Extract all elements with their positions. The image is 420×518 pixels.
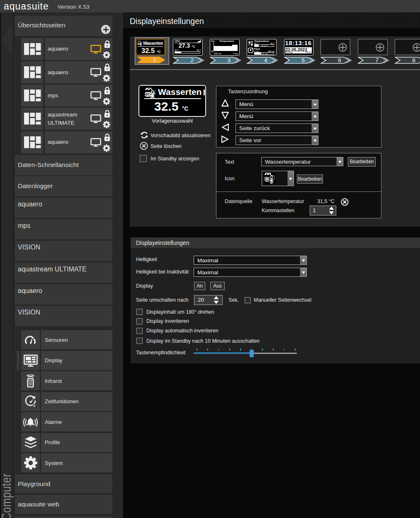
svg-text:1: 1: [153, 57, 156, 63]
svg-text:4: 4: [264, 57, 267, 63]
svg-text:7: 7: [375, 57, 379, 63]
svg-text:5: 5: [301, 57, 305, 63]
svg-text:6: 6: [338, 57, 341, 63]
svg-text:2: 2: [190, 57, 194, 63]
svg-text:3: 3: [227, 57, 231, 63]
svg-text:8: 8: [412, 57, 415, 63]
